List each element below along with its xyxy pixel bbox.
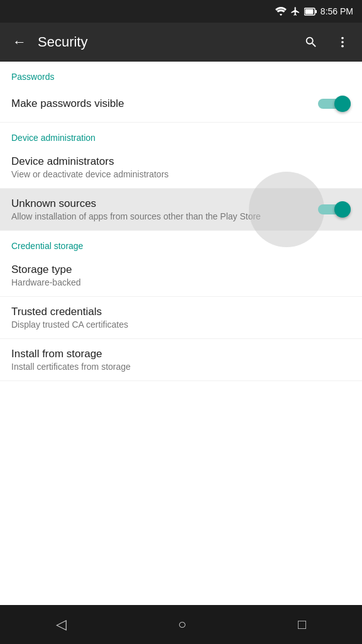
recent-nav-button[interactable]: □ xyxy=(283,610,321,639)
status-bar: 8:56 PM xyxy=(0,0,362,23)
svg-rect-1 xyxy=(315,10,317,13)
content-area: Passwords Make passwords visible Device … xyxy=(0,62,362,605)
make-passwords-visible-title: Make passwords visible xyxy=(11,97,308,110)
toggle-thumb-2 xyxy=(334,201,351,218)
trusted-credentials-title: Trusted credentials xyxy=(11,306,341,318)
unknown-sources-toggle[interactable] xyxy=(318,200,351,219)
toggle-thumb xyxy=(334,96,351,112)
trusted-credentials-text: Trusted credentials Display trusted CA c… xyxy=(11,306,351,330)
make-passwords-visible-item[interactable]: Make passwords visible xyxy=(0,86,362,123)
credential-storage-section: Credential storage Storage type Hardware… xyxy=(0,231,362,381)
install-from-storage-text: Install from storage Install certificate… xyxy=(11,348,351,372)
device-administrators-text: Device administrators View or deactivate… xyxy=(11,155,351,179)
app-bar-actions xyxy=(297,29,357,55)
svg-point-3 xyxy=(341,37,344,40)
svg-rect-2 xyxy=(305,9,313,14)
wifi-icon xyxy=(275,7,287,16)
storage-type-title: Storage type xyxy=(11,264,341,276)
trusted-credentials-item[interactable]: Trusted credentials Display trusted CA c… xyxy=(0,297,362,339)
navigation-bar: ◁ ○ □ xyxy=(0,605,362,644)
back-nav-button[interactable]: ◁ xyxy=(41,610,82,639)
storage-type-text: Storage type Hardware-backed xyxy=(11,264,351,287)
make-passwords-visible-toggle[interactable] xyxy=(318,94,351,113)
more-options-button[interactable] xyxy=(328,29,357,55)
install-from-storage-item[interactable]: Install from storage Install certificate… xyxy=(0,339,362,381)
device-administrators-title: Device administrators xyxy=(11,155,341,168)
page-title: Security xyxy=(38,34,297,50)
search-button[interactable] xyxy=(297,29,326,55)
passwords-section: Passwords Make passwords visible xyxy=(0,62,362,123)
device-administration-section-header: Device administration xyxy=(0,123,362,147)
install-from-storage-subtitle: Install certificates from storage xyxy=(11,362,341,372)
airplane-icon xyxy=(290,6,300,16)
unknown-sources-text: Unknown sources Allow installation of ap… xyxy=(11,197,318,221)
status-icons: 8:56 PM xyxy=(275,6,353,16)
svg-point-5 xyxy=(341,45,344,48)
battery-icon xyxy=(304,8,317,16)
storage-type-item[interactable]: Storage type Hardware-backed xyxy=(0,255,362,297)
svg-point-4 xyxy=(341,41,344,43)
device-administrators-subtitle: View or deactivate device administrators xyxy=(11,169,341,179)
device-administrators-item[interactable]: Device administrators View or deactivate… xyxy=(0,147,362,189)
unknown-sources-subtitle: Allow installation of apps from sources … xyxy=(11,211,308,221)
storage-type-subtitle: Hardware-backed xyxy=(11,277,341,287)
status-time: 8:56 PM xyxy=(321,6,353,16)
unknown-sources-item[interactable]: Unknown sources Allow installation of ap… xyxy=(0,189,362,231)
back-button[interactable]: ← xyxy=(5,28,34,57)
passwords-section-header: Passwords xyxy=(0,62,362,86)
trusted-credentials-subtitle: Display trusted CA certificates xyxy=(11,319,341,330)
unknown-sources-title: Unknown sources xyxy=(11,197,308,210)
make-passwords-visible-text: Make passwords visible xyxy=(11,97,318,110)
credential-storage-section-header: Credential storage xyxy=(0,231,362,255)
home-nav-button[interactable]: ○ xyxy=(163,610,201,639)
app-bar: ← Security xyxy=(0,23,362,62)
install-from-storage-title: Install from storage xyxy=(11,348,341,360)
device-administration-section: Device administration Device administrat… xyxy=(0,123,362,231)
